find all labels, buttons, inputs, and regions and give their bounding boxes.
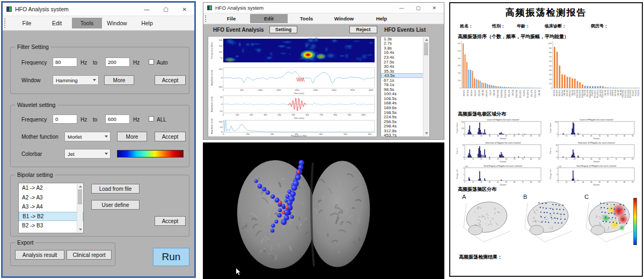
middle-titlebar[interactable]: HFO Analysis system — ▢ ✕ — [203, 3, 444, 13]
event-item[interactable]: 2.7s — [381, 41, 423, 46]
close-icon[interactable]: ✕ — [432, 5, 436, 11]
wavelet-freq-to-input[interactable]: 600 — [105, 115, 130, 124]
event-item[interactable]: 78.1s — [381, 82, 423, 87]
event-item[interactable]: 27.5s — [381, 60, 423, 65]
event-item[interactable]: 43.5s — [381, 73, 423, 78]
wavelet-more-button[interactable]: More — [117, 132, 147, 141]
event-item[interactable]: 256.5s — [381, 119, 423, 124]
minimize-icon[interactable]: — — [144, 6, 149, 12]
bipolar-item[interactable]: B2 -> B3 — [19, 221, 83, 231]
middle-menubar: FileEditToolsWindowHelp — [203, 13, 444, 24]
bar — [479, 123, 480, 134]
bipolar-scrollbar[interactable] — [77, 184, 83, 232]
minimize-icon[interactable]: — — [399, 5, 404, 11]
menu-edit[interactable]: Edit — [250, 14, 288, 23]
hfo-events-list[interactable]: 1.3s2.7s3.8s16.4s23.4s27.5s30.4s35.3s43.… — [380, 36, 430, 137]
svg-text:20: 20 — [574, 158, 576, 160]
reject-button[interactable]: Reject — [349, 26, 377, 33]
bar — [469, 153, 470, 158]
setting-button[interactable]: Setting — [269, 26, 297, 33]
event-item[interactable]: 23.4s — [381, 55, 423, 60]
bar — [508, 87, 509, 88]
svg-text:1000: 1000 — [258, 89, 262, 91]
maximize-icon[interactable]: ▢ — [163, 6, 168, 12]
event-item[interactable]: 224.5s — [381, 115, 423, 119]
bipolar-channel-list[interactable]: A1 -> A2A2 -> A3A3 -> A4B1 -> B2B2 -> B3 — [18, 183, 84, 233]
filter-freq-to-input[interactable]: 200 — [105, 58, 130, 67]
bipolar-accept-button[interactable]: Accept — [155, 216, 186, 226]
clinical-report-button[interactable]: Clinical report — [67, 250, 112, 260]
auto-checkbox[interactable] — [149, 59, 154, 65]
menu-file[interactable]: File — [213, 14, 250, 23]
svg-text:500: 500 — [549, 65, 552, 67]
wavelet-accept-button[interactable]: Accept — [155, 132, 186, 141]
run-button[interactable]: Run — [153, 248, 189, 266]
event-item[interactable]: 16.4s — [381, 51, 423, 55]
svg-text:LH9-LH10: LH9-LH10 — [478, 89, 480, 96]
bar — [587, 86, 589, 88]
filter-freq-from-input[interactable]: 80 — [53, 58, 77, 67]
bar — [573, 122, 574, 134]
bar — [574, 133, 575, 134]
bar — [538, 88, 539, 88]
event-item[interactable]: 3.8s — [381, 46, 423, 51]
menu-help[interactable]: Help — [132, 18, 162, 28]
scrollbar-thumb[interactable] — [78, 189, 82, 204]
events-scrollbar[interactable] — [423, 37, 429, 136]
event-item[interactable]: 30.4s — [381, 64, 423, 69]
scroll-up-icon[interactable] — [425, 39, 428, 41]
event-item[interactable]: 100.4s — [381, 92, 423, 97]
event-item[interactable]: 312.8s — [381, 128, 423, 133]
event-item[interactable]: 198.5s — [381, 110, 423, 115]
event-item[interactable]: 106.5s — [381, 96, 423, 101]
scroll-down-icon[interactable] — [425, 132, 428, 134]
bar — [471, 133, 472, 134]
bar — [470, 179, 471, 181]
menu-edit[interactable]: Edit — [42, 18, 72, 28]
menu-window[interactable]: Window — [325, 14, 363, 23]
svg-text:1: 1 — [463, 174, 464, 176]
svg-text:800: 800 — [549, 52, 552, 54]
user-define-button[interactable]: User define — [91, 200, 140, 210]
event-item[interactable]: 1.3s — [381, 37, 423, 41]
menu-help[interactable]: Help — [363, 14, 400, 23]
menu-tools[interactable]: Tools — [72, 18, 102, 28]
left-titlebar[interactable]: HFO Analysis system — ▢ ✕ — [3, 3, 194, 16]
wavelet-freq-from-input[interactable]: 0 — [53, 115, 77, 124]
window-select[interactable]: Hamming — [53, 75, 99, 85]
event-item[interactable]: 67.1s — [381, 78, 423, 83]
event-item[interactable]: 168.4s — [381, 101, 423, 106]
menu-window[interactable]: Window — [102, 18, 132, 28]
mother-function-select[interactable]: Morlet — [64, 132, 111, 141]
all-checkbox[interactable] — [149, 116, 154, 121]
scroll-up-icon[interactable] — [79, 185, 82, 188]
brain-3d-view[interactable] — [203, 142, 444, 279]
menu-file[interactable]: File — [12, 18, 42, 28]
bar — [489, 134, 491, 134]
bar — [472, 71, 473, 88]
scrollbar-thumb[interactable] — [424, 42, 428, 55]
analysis-result-button[interactable]: Analysis result — [15, 250, 64, 260]
svg-text:0: 0 — [221, 77, 222, 79]
svg-text:200: 200 — [462, 127, 464, 130]
load-from-file-button[interactable]: Load from file — [91, 184, 140, 194]
bipolar-item[interactable]: A2 -> A3 — [19, 193, 83, 203]
bipolar-item[interactable]: A1 -> A2 — [19, 183, 83, 193]
svg-text:PCB4-PCB5: PCB4-PCB5 — [589, 89, 591, 97]
filter-more-button[interactable]: More — [104, 75, 134, 85]
menu-tools[interactable]: Tools — [288, 14, 325, 23]
bipolar-item[interactable]: A3 -> A4 — [19, 202, 83, 212]
maximize-icon[interactable]: ▢ — [416, 5, 421, 11]
close-icon[interactable]: ✕ — [182, 6, 187, 12]
colorbar-select[interactable]: Jet — [64, 149, 111, 159]
chevron-down-icon — [105, 153, 108, 155]
event-item[interactable]: 35.3s — [381, 69, 423, 74]
event-item[interactable]: 298.4s — [381, 124, 423, 128]
bipolar-item[interactable]: B1 -> B2 — [19, 212, 83, 221]
event-item[interactable]: 189.6s — [381, 105, 423, 110]
event-item[interactable]: 98.5s — [381, 87, 423, 92]
filter-accept-button[interactable]: Accept — [155, 75, 186, 85]
scroll-down-icon[interactable] — [79, 228, 82, 231]
svg-text:Channel: Channel — [500, 138, 506, 140]
event-item[interactable]: 453.7s — [381, 133, 423, 137]
